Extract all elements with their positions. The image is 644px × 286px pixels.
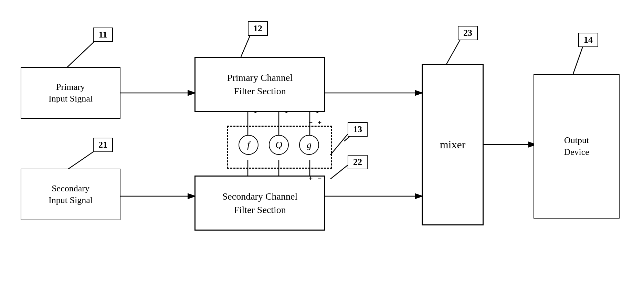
ref-13: 13 <box>348 122 368 137</box>
svg-line-15 <box>330 165 348 179</box>
svg-line-14 <box>330 134 348 155</box>
primary-input-label: Primary Input Signal <box>49 81 93 105</box>
mixer-box: mixer <box>422 64 484 225</box>
output-device-box: Output Device <box>534 74 620 219</box>
svg-line-8 <box>446 38 461 65</box>
primary-input-signal-box: Primary Input Signal <box>21 67 120 119</box>
ref-12: 12 <box>248 21 268 36</box>
ref-21: 21 <box>93 138 113 152</box>
sign-top-minus: − <box>308 118 313 127</box>
param-Q-label: Q <box>275 139 282 150</box>
param-f-circle: f <box>239 135 258 155</box>
secondary-input-label: Secondary Input Signal <box>49 183 93 206</box>
mixer-label: mixer <box>440 138 466 151</box>
diagram: 11 Primary Input Signal 12 Primary Chann… <box>0 0 644 286</box>
ref-11: 11 <box>93 28 113 42</box>
output-device-label: Output Device <box>564 135 589 158</box>
ref-14: 14 <box>578 33 598 47</box>
primary-filter-box: Primary Channel Filter Section <box>194 57 325 112</box>
param-Q-circle: Q <box>269 135 289 155</box>
secondary-input-signal-box: Secondary Input Signal <box>21 169 120 220</box>
param-g-circle: g <box>299 135 319 155</box>
svg-line-4 <box>64 40 96 71</box>
secondary-filter-box: Secondary Channel Filter Section <box>194 176 325 231</box>
primary-filter-label: Primary Channel Filter Section <box>227 71 293 98</box>
sign-bottom-plus: + <box>308 174 313 183</box>
secondary-filter-label: Secondary Channel Filter Section <box>222 190 298 216</box>
param-g-label: g <box>307 139 312 150</box>
ref-23: 23 <box>458 26 478 40</box>
svg-line-6 <box>241 33 251 57</box>
sign-bottom-minus: − <box>317 174 322 183</box>
ref-22: 22 <box>348 155 368 169</box>
sign-top-plus: + <box>317 118 322 127</box>
svg-line-10 <box>573 45 583 74</box>
param-f-label: f <box>247 139 250 150</box>
